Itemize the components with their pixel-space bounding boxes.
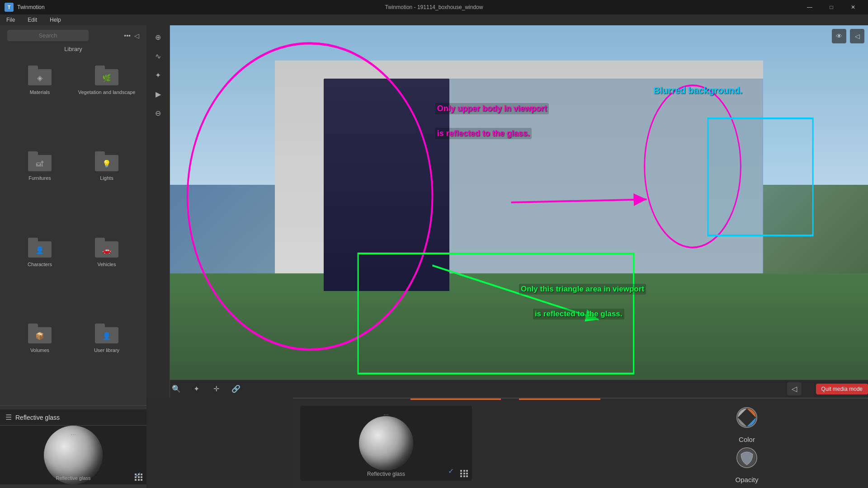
vehicles-symbol: 🚗 (102, 246, 111, 254)
viewport-scene: Only upper body in viewport is reflected… (170, 25, 868, 380)
rail-play-icon[interactable]: ▶ (150, 86, 166, 102)
search-tool-icon[interactable]: 🔍 (170, 383, 183, 395)
volumes-symbol: 📦 (35, 332, 44, 340)
paint-tool-icon[interactable]: ✦ (190, 383, 203, 395)
bottom-grid-icon[interactable] (460, 470, 468, 477)
tab-indicator-1 (410, 399, 501, 400)
app-name: Twinmotion (17, 4, 45, 10)
furnitures-icon-container: 🛋 (26, 150, 53, 173)
link-tool-icon[interactable]: 🔗 (230, 383, 242, 395)
quit-media-button[interactable]: Quit media mode (816, 384, 868, 394)
color-icon (732, 403, 761, 432)
bottom-panel: ☰ Reflective glass ... Reflective glass … (0, 405, 146, 488)
rail-paint-icon[interactable]: ✦ (150, 67, 166, 83)
characters-icon-container: 👤 (26, 236, 53, 259)
user-library-label: User library (94, 347, 119, 353)
lights-icon-container: 💡 (93, 150, 120, 173)
properties-area: Color Opacity 100% (479, 399, 868, 488)
eye-icon[interactable]: 👁 (832, 29, 846, 43)
sidebar-item-user-library[interactable]: 👤 User library (74, 318, 139, 402)
bottom-preview-dots: ... (383, 409, 389, 417)
opacity-label: Opacity (736, 476, 759, 483)
library-grid: ◈ Materials 🌿 Vegetation and landsc (0, 56, 146, 405)
main-layout: ••• ◁ Library ◈ Materials (0, 25, 868, 488)
titlebar: T Twinmotion Twinmotion - 191114_boxhous… (0, 0, 868, 14)
search-input[interactable] (7, 30, 89, 41)
back-button[interactable]: ◁ (787, 382, 802, 395)
menu-lines-icon[interactable]: ☰ (5, 413, 12, 422)
sidebar-header: ••• ◁ (0, 25, 146, 44)
annotation-green-1: Only this triangle area in viewport (519, 284, 646, 295)
sidebar-item-characters[interactable]: 👤 Characters (7, 232, 72, 316)
menu-help[interactable]: Help (47, 16, 64, 24)
vegetation-icon-container: 🌿 (93, 64, 120, 87)
minimize-button[interactable]: — (799, 0, 820, 14)
grid-view-icon[interactable] (135, 474, 143, 481)
viewport-toolbar: 🔍 ✦ ✛ 🔗 ◁ Quit media mode (170, 380, 868, 398)
rail-graph-icon[interactable]: ∿ (150, 48, 166, 64)
vegetation-symbol: 🌿 (102, 74, 111, 82)
more-icon[interactable]: ••• (124, 32, 131, 39)
menu-file[interactable]: File (4, 16, 18, 24)
vehicles-icon-container: 🚗 (93, 236, 120, 259)
sidebar-item-vehicles[interactable]: 🚗 Vehicles (74, 232, 139, 316)
furnitures-label: Furnitures (28, 175, 51, 181)
move-tool-icon[interactable]: ✛ (210, 383, 222, 395)
volumes-label: Volumes (30, 347, 49, 353)
tab-indicator-2 (519, 399, 600, 400)
annotation-green-2: is reflected to the glass. (533, 309, 624, 319)
volumes-icon-container: 📦 (26, 322, 53, 345)
vegetation-label: Vegetation and landscape (78, 89, 136, 95)
sidebar-item-lights[interactable]: 💡 Lights (74, 145, 139, 230)
collapse-icon[interactable]: ◁ (134, 32, 139, 39)
library-label: Library (0, 44, 146, 56)
opacity-icon (732, 443, 761, 472)
sidebar-item-vegetation[interactable]: 🌿 Vegetation and landscape (74, 60, 139, 144)
header-icons: ••• ◁ (124, 32, 139, 39)
bottom-preview-label: Reflective glass (367, 471, 405, 477)
scene-character (324, 79, 449, 291)
bottom-check-icon: ✓ (448, 467, 454, 475)
window-title: Twinmotion - 191114_boxhouse_window (385, 4, 483, 10)
preview-dots: ... (71, 429, 76, 436)
annotation-pink-1: Only upper body in viewport (435, 103, 549, 114)
svg-point-8 (737, 408, 757, 427)
window-controls: — □ ✕ (799, 0, 863, 14)
preview-label: Reflective glass (56, 475, 90, 481)
rail-export-icon[interactable]: ⊖ (150, 105, 166, 121)
icon-rail: ⊕ ∿ ✦ ▶ ⊖ (146, 25, 170, 398)
user-library-symbol: 👤 (102, 332, 111, 340)
user-library-icon-container: 👤 (93, 322, 120, 345)
bottom-material-preview[interactable]: Reflective glass ... ✓ (300, 406, 472, 481)
rail-import-icon[interactable]: ⊕ (150, 29, 166, 45)
annotation-cyan: Blurred background. (653, 85, 742, 96)
maximize-button[interactable]: □ (821, 0, 842, 14)
sidebar-item-materials[interactable]: ◈ Materials (7, 60, 72, 144)
lights-symbol: 💡 (102, 160, 111, 169)
vehicles-label: Vehicles (98, 262, 116, 267)
property-color[interactable]: Color (732, 403, 761, 443)
menubar: File Edit Help (0, 14, 868, 25)
material-name-bar: ☰ Reflective glass (0, 409, 146, 426)
viewport[interactable]: Only upper body in viewport is reflected… (170, 25, 868, 398)
materials-icon-container: ◈ (26, 64, 53, 87)
material-preview-area[interactable]: ... Reflective glass ✓ (0, 426, 146, 484)
close-button[interactable]: ✕ (843, 0, 863, 14)
bottom-sphere-preview (359, 416, 413, 470)
app-icon: T (5, 3, 14, 12)
materials-label: Materials (30, 89, 50, 95)
viewport-right-icons: 👁 ◁ (832, 29, 864, 43)
arrow-icon[interactable]: ◁ (850, 29, 864, 43)
menu-edit[interactable]: Edit (25, 16, 40, 24)
sidebar-item-volumes[interactable]: 📦 Volumes (7, 318, 72, 402)
lights-label: Lights (100, 175, 113, 181)
furnitures-symbol: 🛋 (36, 160, 43, 168)
characters-symbol: 👤 (35, 246, 44, 254)
materials-symbol: ◈ (37, 74, 42, 82)
property-opacity[interactable]: Opacity 100% (732, 443, 761, 488)
bottom-bar: Reflective glass ... ✓ (293, 398, 868, 488)
sidebar: ••• ◁ Library ◈ Materials (0, 25, 146, 488)
sidebar-item-furnitures[interactable]: 🛋 Furnitures (7, 145, 72, 230)
material-name-label: Reflective glass (15, 414, 60, 421)
color-label: Color (739, 436, 755, 443)
